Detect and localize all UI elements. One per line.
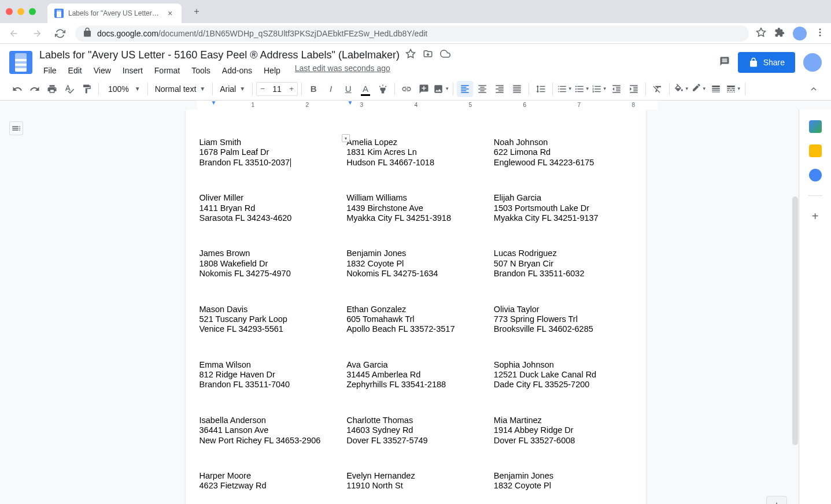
hide-menus-button[interactable]	[806, 81, 822, 97]
horizontal-ruler[interactable]: 1 2 3 4 5 6 7 8	[0, 101, 831, 110]
new-tab-button[interactable]: +	[189, 3, 205, 20]
address-label-cell[interactable]: Benjamin Jones1832 Coyote PlNokomis FL 3…	[346, 249, 485, 279]
menu-addons[interactable]: Add-ons	[218, 64, 256, 77]
cloud-status-icon[interactable]	[440, 49, 450, 61]
url-input[interactable]: docs.google.com/document/d/1BN65WDHp_qSZ…	[75, 25, 749, 42]
nav-back-button[interactable]	[6, 25, 22, 42]
paint-format-button[interactable]	[79, 81, 95, 97]
menu-tools[interactable]: Tools	[187, 64, 215, 77]
address-label-cell[interactable]: Olivia Taylor773 Spring Flowers TrlBrook…	[494, 305, 632, 335]
get-addons-button[interactable]: +	[812, 210, 819, 223]
extensions-icon[interactable]	[774, 27, 785, 40]
address-label-cell[interactable]: Oliver Miller1411 Bryan RdSarasota FL 34…	[200, 193, 338, 223]
numbered-list-button[interactable]: ▼	[591, 81, 607, 97]
add-comment-button[interactable]	[416, 81, 432, 97]
border-width-button[interactable]	[708, 81, 724, 97]
address-label-cell[interactable]: William Williams1439 Birchstone AveMyakk…	[346, 193, 485, 223]
user-avatar[interactable]	[803, 53, 822, 72]
address-label-cell[interactable]: Elijah Garcia1503 Portsmouth Lake DrMyak…	[494, 193, 632, 223]
insert-link-button[interactable]	[398, 81, 415, 97]
redo-button[interactable]	[27, 81, 43, 97]
address-label-cell[interactable]: Amelia Lopez1831 Kim Acres LnHudson FL 3…	[346, 138, 485, 168]
paragraph-style-select[interactable]: Normal text▼	[152, 84, 209, 94]
font-size-decrease[interactable]: −	[257, 83, 268, 95]
line-spacing-button[interactable]	[533, 81, 549, 97]
address-label-cell[interactable]: Lucas Rodriguez507 N Bryan CirBrandon FL…	[494, 249, 632, 279]
menu-format[interactable]: Format	[150, 64, 184, 77]
comments-icon[interactable]	[719, 56, 730, 69]
nav-reload-button[interactable]	[52, 25, 68, 42]
clear-formatting-button[interactable]	[649, 81, 666, 97]
decrease-indent-button[interactable]	[608, 81, 625, 97]
browser-profile-avatar[interactable]	[793, 27, 807, 40]
font-size-stepper[interactable]: − +	[256, 82, 298, 96]
menu-view[interactable]: View	[90, 64, 115, 77]
font-select[interactable]: Arial▼	[216, 84, 249, 94]
zoom-select[interactable]: 100%▼	[102, 84, 144, 94]
calendar-app-icon[interactable]	[809, 120, 822, 133]
spellcheck-button[interactable]	[61, 81, 77, 97]
document-outline-button[interactable]	[9, 121, 23, 135]
address-label-cell[interactable]: James Brown1808 Wakefield DrNokomis FL 3…	[200, 249, 338, 279]
window-minimize-button[interactable]	[17, 8, 24, 15]
window-close-button[interactable]	[6, 8, 13, 15]
star-icon[interactable]	[405, 49, 416, 61]
doc-title[interactable]: Labels for "Avery US Letter - 5160 Easy …	[39, 49, 400, 61]
align-right-button[interactable]	[492, 81, 508, 97]
vertical-scrollbar[interactable]	[792, 195, 799, 461]
address-label-cell[interactable]: Emma Wilson812 Ridge Haven DrBrandon FL …	[200, 360, 338, 390]
explore-button[interactable]	[766, 496, 787, 504]
address-label-cell[interactable]: Evelyn Hernandez11910 North St	[346, 471, 485, 491]
scrollbar-thumb[interactable]	[792, 197, 798, 445]
align-justify-button[interactable]	[509, 81, 525, 97]
address-label-cell[interactable]: Mia Martinez1914 Abbey Ridge DrDover FL …	[494, 416, 632, 446]
browser-menu-icon[interactable]	[815, 27, 825, 40]
menu-help[interactable]: Help	[260, 64, 285, 77]
fill-color-button[interactable]: ▼	[673, 81, 689, 97]
window-maximize-button[interactable]	[29, 8, 36, 15]
border-color-button[interactable]: ▼	[690, 81, 707, 97]
nav-forward-button[interactable]	[29, 25, 45, 42]
address-label-cell[interactable]: Ava Garcia31445 Amberlea RdZephyrhills F…	[346, 360, 485, 390]
menu-file[interactable]: File	[39, 64, 61, 77]
address-label-cell[interactable]: Charlotte Thomas14603 Sydney RdDover FL …	[346, 416, 485, 446]
highlight-button[interactable]	[375, 81, 391, 97]
address-label-cell[interactable]: Harper Moore4623 Fietzway Rd	[200, 471, 338, 491]
italic-button[interactable]: I	[323, 81, 339, 97]
address-label-cell[interactable]: Isabella Anderson36441 Lanson AveNew Por…	[200, 416, 338, 446]
keep-app-icon[interactable]	[809, 144, 822, 157]
address-label-cell[interactable]: Ethan Gonzalez605 Tomahawk TrlApollo Bea…	[346, 305, 485, 335]
address-label-cell[interactable]: Liam Smith1678 Palm Leaf DrBrandon FL 33…	[200, 138, 338, 168]
font-size-increase[interactable]: +	[286, 83, 297, 95]
bold-button[interactable]: B	[305, 81, 322, 97]
tasks-app-icon[interactable]	[809, 169, 822, 181]
address-label-cell[interactable]: Mason Davis521 Tuscany Park LoopVenice F…	[200, 305, 338, 335]
insert-image-button[interactable]: ▼	[433, 81, 449, 97]
bookmark-star-icon[interactable]	[756, 27, 766, 40]
address-label-cell[interactable]: Benjamin Jones1832 Coyote Pl	[494, 471, 632, 491]
address-label-cell[interactable]: Sophia Johnson12521 Duck Lake Canal RdDa…	[494, 360, 632, 390]
tab-close-icon[interactable]: ×	[165, 9, 175, 18]
table-handle-icon[interactable]: ▾	[342, 134, 350, 142]
underline-button[interactable]: U	[340, 81, 356, 97]
bulleted-list-button[interactable]: ▼	[574, 81, 590, 97]
checklist-button[interactable]: ▼	[556, 81, 573, 97]
browser-tab[interactable]: Labels for "Avery US Letter - 5 ×	[47, 3, 182, 23]
align-left-button[interactable]	[457, 81, 473, 97]
share-button[interactable]: Share	[738, 52, 795, 73]
increase-indent-button[interactable]	[626, 81, 642, 97]
address-label-cell[interactable]: Noah Johnson622 Limona RdEnglewood FL 34…	[494, 138, 632, 168]
document-page[interactable]: ▾ Liam Smith1678 Palm Leaf DrBrandon FL …	[186, 110, 646, 504]
text-color-button[interactable]: A	[357, 81, 374, 97]
last-edit-link[interactable]: Last edit was seconds ago	[295, 64, 390, 77]
undo-button[interactable]	[9, 81, 25, 97]
menu-edit[interactable]: Edit	[64, 64, 86, 77]
border-dash-button[interactable]: ▼	[725, 81, 741, 97]
docs-logo-icon[interactable]	[9, 51, 32, 74]
move-icon[interactable]	[423, 49, 433, 61]
labels-table[interactable]: Liam Smith1678 Palm Leaf DrBrandon FL 33…	[200, 138, 632, 491]
font-size-input[interactable]	[268, 84, 286, 94]
menu-insert[interactable]: Insert	[119, 64, 147, 77]
print-button[interactable]	[44, 81, 60, 97]
align-center-button[interactable]	[474, 81, 490, 97]
